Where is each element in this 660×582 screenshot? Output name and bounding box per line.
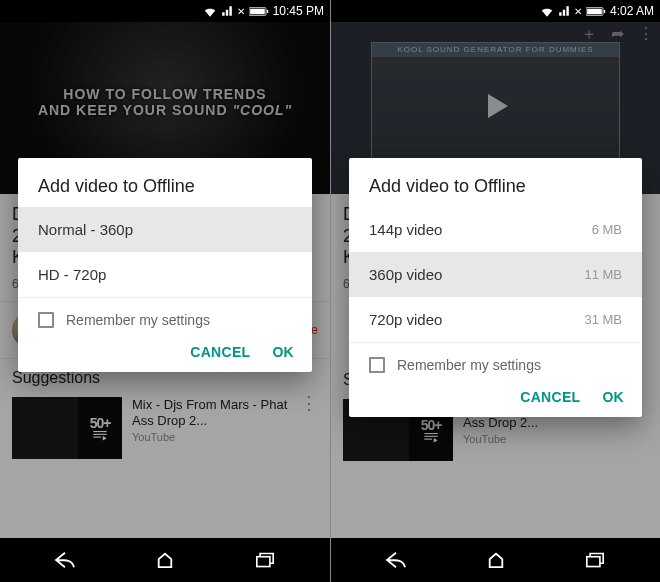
svg-rect-13: [587, 557, 600, 567]
option-size: 31 MB: [584, 312, 622, 327]
ok-button[interactable]: OK: [272, 344, 294, 360]
svg-rect-8: [587, 8, 602, 13]
status-time: 10:45 PM: [273, 4, 324, 18]
app-content: HOW TO FOLLOW TRENDS AND KEEP YOUR SOUND…: [0, 22, 330, 538]
wifi-icon: [203, 5, 217, 17]
home-button[interactable]: [461, 545, 531, 575]
dialog-title: Add video to Offline: [349, 158, 642, 207]
back-button[interactable]: [30, 545, 100, 575]
option-size: 6 MB: [592, 222, 622, 237]
svg-rect-2: [266, 9, 268, 12]
offline-dialog: Add video to Offline Normal - 360p HD - …: [18, 158, 312, 372]
recents-button[interactable]: [560, 545, 630, 575]
option-label: 144p video: [369, 221, 442, 238]
signal-icon: [558, 5, 570, 17]
remember-row[interactable]: Remember my settings: [349, 342, 642, 381]
recents-button[interactable]: [230, 545, 300, 575]
option-label: Normal - 360p: [38, 221, 133, 238]
remember-checkbox[interactable]: [38, 312, 54, 328]
svg-rect-6: [257, 557, 270, 567]
status-bar: ✕ 4:02 AM: [331, 0, 660, 22]
option-label: 360p video: [369, 266, 442, 283]
dialog-title: Add video to Offline: [18, 158, 312, 207]
signal-icon: [221, 5, 233, 17]
option-label: 720p video: [369, 311, 442, 328]
option-label: HD - 720p: [38, 266, 106, 283]
offline-dialog: Add video to Offline 144p video 6 MB 360…: [349, 158, 642, 417]
option-size: 11 MB: [584, 267, 622, 282]
quality-option-720p[interactable]: 720p video 31 MB: [349, 297, 642, 342]
no-sim-icon: ✕: [574, 6, 582, 17]
status-time: 4:02 AM: [610, 4, 654, 18]
svg-rect-9: [604, 9, 606, 12]
remember-checkbox[interactable]: [369, 357, 385, 373]
quality-option-360p[interactable]: 360p video 11 MB: [349, 252, 642, 297]
cancel-button[interactable]: CANCEL: [190, 344, 250, 360]
nav-bar: [331, 538, 660, 582]
quality-option-720p[interactable]: HD - 720p: [18, 252, 312, 297]
quality-option-360p[interactable]: Normal - 360p: [18, 207, 312, 252]
battery-icon: [586, 6, 606, 17]
remember-row[interactable]: Remember my settings: [18, 297, 312, 336]
ok-button[interactable]: OK: [602, 389, 624, 405]
dialog-actions: CANCEL OK: [349, 381, 642, 417]
back-button[interactable]: [361, 545, 431, 575]
remember-label: Remember my settings: [66, 312, 210, 328]
quality-option-144p[interactable]: 144p video 6 MB: [349, 207, 642, 252]
svg-rect-1: [250, 8, 265, 13]
home-button[interactable]: [130, 545, 200, 575]
wifi-icon: [540, 5, 554, 17]
no-sim-icon: ✕: [237, 6, 245, 17]
status-bar: ✕ 10:45 PM: [0, 0, 330, 22]
battery-icon: [249, 6, 269, 17]
phone-left: ✕ 10:45 PM HOW TO FOLLOW TRENDS AND KEEP…: [0, 0, 330, 582]
phone-right: ✕ 4:02 AM ＋ ➦ ⋮ KOOL SOUND GENERATOR FOR…: [330, 0, 660, 582]
nav-bar: [0, 538, 330, 582]
dialog-actions: CANCEL OK: [18, 336, 312, 372]
remember-label: Remember my settings: [397, 357, 541, 373]
app-content: ＋ ➦ ⋮ KOOL SOUND GENERATOR FOR DUMMIES D…: [331, 22, 660, 538]
cancel-button[interactable]: CANCEL: [520, 389, 580, 405]
